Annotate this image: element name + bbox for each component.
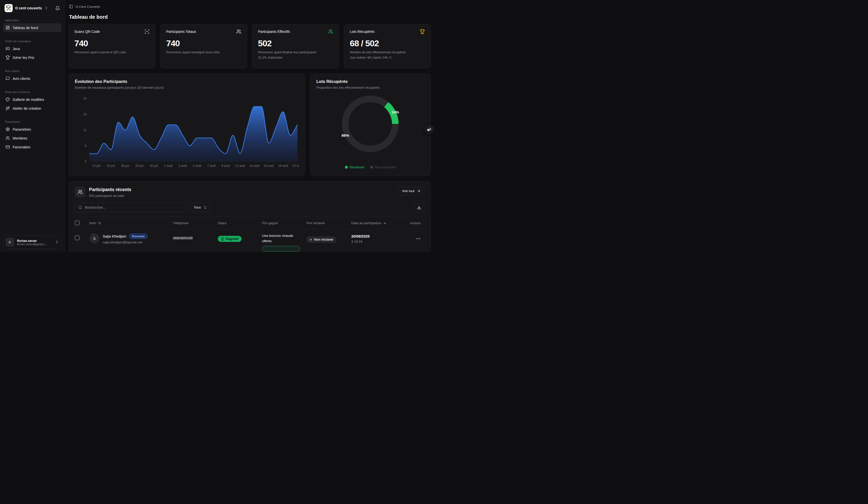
arrow-right-icon	[417, 189, 421, 193]
svg-text:7 août: 7 août	[207, 164, 216, 168]
svg-text:5 août: 5 août	[193, 164, 201, 168]
users-green-icon	[328, 29, 333, 34]
svg-text:26 juil.: 26 juil.	[121, 164, 130, 168]
participants-title: Participants récents	[89, 187, 131, 192]
org-name: O cent couverts	[15, 6, 42, 10]
sidebar-item-label: Gérer les Prix	[13, 56, 34, 60]
chart-subtitle: Nombre de nouveaux participants par jour…	[75, 86, 299, 90]
svg-text:86%: 86%	[341, 133, 349, 137]
org-logo	[4, 4, 13, 12]
report-icon	[427, 127, 432, 132]
column-header-nom: Nom	[89, 221, 96, 225]
sidebar-item-gallerie-de-modeles[interactable]: Gallerie de modèles	[3, 95, 61, 104]
sidebar-item-avis-clients[interactable]: Avis clients	[3, 74, 61, 83]
svg-text:14 août: 14 août	[249, 164, 260, 168]
users-icon	[6, 136, 10, 140]
stat-card-scans: Scans QR Code 740 Personnes ayant scanné…	[69, 24, 155, 69]
row-time: à 19:24	[351, 240, 405, 243]
scan-icon	[144, 29, 149, 34]
sidebar-item-label: Membres	[13, 136, 27, 140]
stat-card-lots-recuperes: Lots Récupérés 68 / 502 Nombre de lots e…	[344, 24, 431, 69]
stat-description: Personnes ayant renseigné leurs infos	[166, 51, 241, 54]
chart-subtitle: Proportion des lots effectivement récupé…	[317, 86, 424, 90]
stat-value: 68 / 502	[350, 39, 425, 48]
nav-section-label: Paramètres	[3, 120, 61, 123]
sidebar-item-gerer-les-prix[interactable]: Gérer les Prix	[3, 53, 61, 62]
org-switcher[interactable]: O cent couverts	[3, 2, 61, 14]
filter-select[interactable]: Tous	[190, 203, 210, 212]
search-box	[75, 203, 187, 212]
row-actions-button[interactable]: •••	[416, 233, 421, 241]
credit-card-icon	[6, 145, 10, 149]
breadcrumb: O Cent Couverts	[69, 3, 431, 10]
panel-left-icon[interactable]	[69, 4, 73, 9]
sidebar-item-label: Jeux	[13, 47, 20, 51]
search-input[interactable]	[85, 206, 184, 210]
user-email: florian.seran@gmail.c...	[17, 243, 48, 246]
wand-icon	[6, 106, 10, 111]
sidebar-item-label: Avis clients	[13, 76, 30, 81]
sidebar-item-parametres[interactable]: Paramètres	[3, 125, 61, 134]
search-icon	[78, 206, 82, 210]
stat-description: Personnes ayant finalisé leur participat…	[258, 51, 333, 54]
nav-section-label: Application	[3, 19, 61, 22]
stat-title: Scans QR Code	[74, 30, 100, 34]
dashboard-icon	[6, 25, 10, 30]
insights-fab-button[interactable]	[424, 124, 434, 135]
legend-dot	[345, 166, 348, 169]
chat-icon	[6, 76, 10, 81]
svg-text:14%: 14%	[392, 110, 399, 114]
stats-row: Scans QR Code 740 Personnes ayant scanné…	[69, 24, 431, 69]
bell-icon[interactable]	[55, 6, 60, 11]
svg-text:18 août: 18 août	[278, 164, 288, 168]
row-prize: Une boisson chaude offerte	[262, 233, 300, 244]
download-icon	[417, 206, 421, 210]
sidebar-item-label: Facturation	[13, 145, 30, 149]
download-button[interactable]	[414, 203, 424, 212]
column-header-prix-gagne: Prix gagné	[262, 217, 307, 229]
svg-text:12: 12	[83, 128, 87, 132]
select-all-checkbox[interactable]	[75, 221, 80, 225]
sidebar-item-facturation[interactable]: Facturation	[3, 143, 61, 151]
stat-description: Personnes ayant scanné le QR code	[74, 51, 149, 54]
chart-title: Lots Récupérés	[317, 79, 424, 84]
participants-table: Nom Téléphone Statut Prix gagné Prix réc…	[75, 217, 424, 252]
nav-section-label: Avis clients	[3, 70, 61, 73]
sidebar-item-membres[interactable]: Membres	[3, 134, 61, 143]
svg-text:6: 6	[85, 144, 86, 148]
sort-down-icon[interactable]	[383, 221, 386, 225]
column-header-date: Date de participation	[351, 221, 381, 225]
legend-label: Non réclamés	[375, 165, 396, 169]
stat-value: 740	[166, 39, 241, 48]
view-all-button[interactable]: Voir tout	[398, 187, 424, 195]
breadcrumb-item[interactable]: O Cent Couverts	[76, 5, 100, 9]
legend-label: Réclamés	[350, 165, 365, 169]
sidebar-item-jeux[interactable]: Jeux	[3, 44, 61, 53]
sidebar-item-tableau-de-bord[interactable]: Tableau de bord	[3, 23, 61, 32]
row-email: sajia.khedjam@laposte.net	[103, 240, 148, 244]
svg-text:12 août: 12 août	[235, 164, 245, 168]
gamepad-icon	[6, 46, 10, 51]
evolution-chart-card: Évolution des Participants Nombre de nou…	[69, 74, 305, 176]
nav-section-label: Roue de la Fortune	[3, 91, 61, 94]
new-badge: Nouveau	[129, 233, 148, 239]
x-icon	[309, 238, 312, 241]
stat-value: 502	[258, 39, 333, 48]
row-date: 20/08/2025	[351, 234, 405, 238]
sidebar: O cent couverts Application Tableau de b…	[0, 0, 65, 252]
column-header-prix-reclame: Prix réclamé	[307, 217, 351, 229]
trophy-icon	[6, 55, 10, 60]
claim-badge: Non réclamé	[307, 236, 336, 243]
svg-text:0: 0	[85, 160, 86, 163]
winner-badge: Gagnant	[218, 236, 241, 242]
stat-value: 740	[74, 39, 149, 48]
sidebar-item-atelier-de-creation[interactable]: Atelier de création	[3, 104, 61, 113]
gear-icon	[6, 127, 10, 132]
user-menu[interactable]: F florian.seran florian.seran@gmail.c...	[3, 235, 61, 249]
sort-icon[interactable]	[98, 221, 101, 225]
sidebar-item-label: Tableau de bord	[13, 26, 38, 30]
user-name: florian.seran	[17, 239, 48, 243]
svg-text:24 juil.: 24 juil.	[107, 164, 116, 168]
sidebar-item-label: Gallerie de modèles	[13, 97, 44, 102]
row-checkbox[interactable]	[75, 235, 80, 240]
